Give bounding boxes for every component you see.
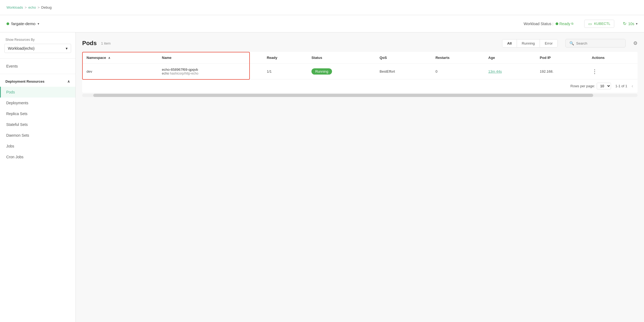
sort-asc-icon: ∧ (108, 56, 110, 59)
col-header-age: Age (484, 52, 535, 64)
col-header-pod-ip: Pod IP (536, 52, 587, 64)
resource-dropdown[interactable]: Workload(echo) ▾ (4, 44, 71, 53)
sidebar-item-cron-jobs[interactable]: Cron Jobs (0, 152, 75, 162)
col-header-namespace[interactable]: Namespace ∧ (82, 52, 158, 64)
pods-title: Pods (82, 40, 97, 47)
main-content: Pods 1 item All Running Error 🔍 ⚙ (76, 32, 644, 322)
sidebar-item-stateful-sets[interactable]: Stateful Sets (0, 119, 75, 130)
table-outer-wrapper: Namespace ∧ Name Ready Status QoS Restar… (82, 52, 638, 93)
pods-header: Pods 1 item All Running Error 🔍 ⚙ (82, 39, 638, 48)
terminal-icon: ▭ (588, 22, 592, 26)
rows-per-page-label: Rows per page: (570, 84, 595, 88)
sidebar-section-deployment-resources: Deployment Resources ∧ (0, 76, 75, 87)
kubectl-label: KUBECTL (594, 22, 610, 26)
sidebar-item-replica-sets[interactable]: Replica Sets (0, 108, 75, 119)
namespace-col-label: Namespace (87, 56, 106, 60)
deployment-resources-label: Deployment Resources (5, 79, 45, 83)
sidebar-item-pods-label: Pods (6, 90, 15, 94)
breadcrumb-echo[interactable]: echo (28, 5, 36, 9)
pod-name-sub: echo hashicorp/http-echo (162, 72, 258, 75)
pods-count: 1 item (101, 41, 111, 45)
pod-name-main: echo-658967f69-qpqvb (162, 68, 258, 72)
resource-dropdown-value: Workload(echo) (8, 46, 35, 51)
pod-image-value: hashicorp/http-echo (170, 72, 198, 75)
actions-menu-button[interactable]: ⋮ (592, 69, 597, 75)
sidebar-item-daemon-sets[interactable]: Daemon Sets (0, 130, 75, 141)
breadcrumb-current: Debug (41, 5, 52, 9)
filter-error-button[interactable]: Error (540, 39, 557, 47)
cell-status: Running (307, 64, 375, 79)
workload-status-label: Workload Status : (524, 22, 553, 26)
search-icon: 🔍 (569, 41, 574, 45)
col-header-name: Name (158, 52, 263, 64)
cell-ready: 1/1 (263, 64, 307, 79)
status-ready: Ready ⧉ (556, 22, 573, 26)
rows-per-page: Rows per page: 10 25 50 (570, 83, 611, 89)
cell-age[interactable]: 13m 44s (484, 64, 535, 79)
sidebar: Show Resources By Workload(echo) ▾ Event… (0, 32, 76, 322)
top-bar: Workloads > echo > Debug (0, 0, 644, 15)
col-header-restarts: Restarts (431, 52, 484, 64)
status-dot (556, 22, 558, 25)
resource-dropdown-chevron: ▾ (66, 46, 68, 51)
table-container: Namespace ∧ Name Ready Status QoS Restar… (82, 52, 638, 93)
breadcrumb-workloads[interactable]: Workloads (6, 5, 23, 9)
settings-button[interactable]: ⚙ (633, 40, 638, 46)
sidebar-item-cron-jobs-label: Cron Jobs (6, 155, 24, 159)
sidebar-item-stateful-sets-label: Stateful Sets (6, 122, 28, 127)
show-resources-label: Show Resources By (0, 38, 75, 44)
sidebar-item-deployments[interactable]: Deployments (0, 98, 75, 108)
sidebar-divider-2 (0, 74, 75, 74)
refresh-chevron-icon: ▾ (636, 22, 638, 26)
sidebar-item-events-label: Events (6, 64, 18, 68)
pagination-info: 1-1 of 1 (615, 84, 627, 88)
breadcrumb: Workloads > echo > Debug (6, 5, 52, 9)
breadcrumb-sep2: > (38, 5, 40, 9)
sidebar-item-jobs-label: Jobs (6, 144, 14, 148)
table-row: dev echo-658967f69-qpqvb echo hashicorp/… (82, 64, 638, 79)
cluster-status-dot (6, 22, 9, 25)
breadcrumb-sep1: > (25, 5, 27, 9)
collapse-icon[interactable]: ∧ (67, 79, 70, 83)
sidebar-item-replica-sets-label: Replica Sets (6, 112, 28, 116)
cell-namespace: dev (82, 64, 158, 79)
horizontal-scrollbar[interactable] (82, 94, 638, 97)
refresh-selector[interactable]: ↻ 10s ▾ (623, 21, 638, 26)
col-header-ready: Ready (263, 52, 307, 64)
table-header-row: Namespace ∧ Name Ready Status QoS Restar… (82, 52, 638, 64)
cell-qos: BestEffort (375, 64, 431, 79)
header-bar: fargate-demo ▾ Workload Status : Ready ⧉… (0, 15, 644, 32)
search-input[interactable] (576, 41, 622, 45)
sidebar-divider-1 (0, 58, 75, 59)
status-text: Ready (559, 22, 570, 26)
sidebar-item-pods[interactable]: Pods (0, 87, 75, 98)
pagination-prev-button[interactable]: ‹ (632, 83, 633, 89)
pods-table: Namespace ∧ Name Ready Status QoS Restar… (82, 52, 638, 79)
cell-restarts: 0 (431, 64, 484, 79)
cell-name: echo-658967f69-qpqvb echo hashicorp/http… (158, 64, 263, 79)
rows-per-page-dropdown[interactable]: 10 25 50 (597, 83, 611, 89)
kubectl-button[interactable]: ▭ KUBECTL (584, 20, 614, 28)
status-badge: Running (311, 68, 332, 75)
cluster-selector[interactable]: fargate-demo ▾ (6, 21, 39, 26)
pod-image-prefix: echo (162, 72, 170, 75)
sidebar-item-deployments-label: Deployments (6, 101, 28, 105)
chevron-down-icon: ▾ (38, 22, 39, 26)
filter-group: All Running Error (502, 39, 558, 48)
sidebar-item-jobs[interactable]: Jobs (0, 141, 75, 152)
sidebar-item-events[interactable]: Events (0, 61, 75, 72)
sidebar-item-daemon-sets-label: Daemon Sets (6, 133, 29, 137)
refresh-icon: ↻ (623, 21, 626, 26)
col-header-qos: QoS (375, 52, 431, 64)
col-header-status: Status (307, 52, 375, 64)
external-link-icon[interactable]: ⧉ (571, 22, 573, 25)
filter-all-button[interactable]: All (502, 39, 517, 47)
scrollbar-thumb (93, 94, 593, 97)
age-link[interactable]: 13m 44s (488, 69, 502, 73)
search-box: 🔍 (565, 39, 626, 48)
pagination-bar: Rows per page: 10 25 50 1-1 of 1 ‹ (82, 79, 638, 93)
refresh-interval: 10s (628, 22, 634, 26)
filter-running-button[interactable]: Running (517, 39, 540, 47)
cell-actions[interactable]: ⋮ (587, 64, 638, 79)
cluster-name: fargate-demo (11, 21, 35, 26)
